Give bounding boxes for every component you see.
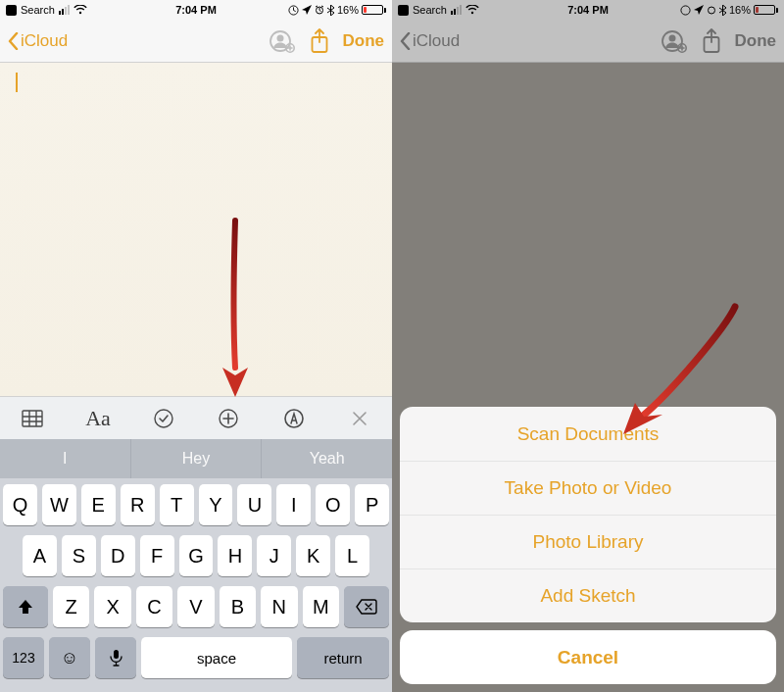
suggestion-3[interactable]: Yeah — [261, 439, 392, 478]
take-photo-video-option[interactable]: Take Photo or Video — [400, 461, 776, 515]
key-b[interactable]: B — [220, 586, 256, 627]
status-bar: Search 7:04 PM 16% — [392, 0, 784, 20]
key-w[interactable]: W — [42, 484, 76, 525]
key-a[interactable]: A — [23, 535, 57, 576]
emoji-key[interactable]: ☺ — [49, 637, 90, 678]
key-i[interactable]: I — [276, 484, 311, 525]
text-cursor — [16, 73, 18, 92]
rotation-lock-icon — [680, 5, 691, 16]
action-sheet: Scan Documents Take Photo or Video Photo… — [400, 407, 776, 684]
key-z[interactable]: Z — [53, 586, 89, 627]
done-button: Done — [735, 31, 777, 51]
key-x[interactable]: X — [94, 586, 130, 627]
suggestion-2[interactable]: Hey — [130, 439, 262, 478]
navbar: iCloud Done — [0, 20, 392, 63]
signal-icon — [451, 5, 462, 15]
chevron-left-icon — [400, 32, 411, 50]
svg-point-14 — [668, 34, 675, 41]
dictation-key[interactable] — [95, 637, 136, 678]
wifi-icon — [466, 5, 479, 15]
back-to-search-icon — [6, 5, 17, 16]
chevron-left-icon — [8, 32, 19, 50]
share-icon[interactable] — [310, 28, 329, 54]
key-v[interactable]: V — [177, 586, 214, 627]
key-u[interactable]: U — [237, 484, 271, 525]
suggestion-1[interactable]: I — [0, 439, 130, 478]
phone-right: Search 7:04 PM 16% iCloud D — [392, 0, 784, 692]
key-n[interactable]: N — [261, 586, 297, 627]
status-time: 7:04 PM — [567, 4, 609, 16]
back-label: iCloud — [21, 31, 68, 51]
backspace-key[interactable] — [344, 586, 389, 627]
svg-rect-6 — [23, 411, 42, 426]
key-h[interactable]: H — [218, 535, 252, 576]
key-f[interactable]: F — [140, 535, 174, 576]
status-search-label: Search — [413, 4, 447, 16]
location-icon — [302, 5, 312, 15]
numbers-key[interactable]: 123 — [3, 637, 44, 678]
keyboard: QWERTYUIOP ASDFGHJKL ZXCVBNM 123 ☺ space… — [0, 478, 392, 692]
format-toolbar: Aa — [0, 396, 392, 439]
rotation-lock-icon — [288, 5, 299, 16]
scan-documents-option[interactable]: Scan Documents — [400, 407, 776, 461]
status-time: 7:04 PM — [175, 4, 217, 16]
battery-pct: 16% — [729, 4, 751, 16]
return-key[interactable]: return — [297, 637, 389, 678]
space-key[interactable]: space — [141, 637, 292, 678]
status-search-label: Search — [21, 4, 55, 16]
key-t[interactable]: T — [160, 484, 194, 525]
svg-point-7 — [155, 410, 172, 427]
add-sketch-option[interactable]: Add Sketch — [400, 568, 776, 622]
markup-button[interactable] — [262, 397, 327, 439]
shift-key[interactable] — [3, 586, 48, 627]
alarm-icon — [707, 5, 716, 15]
key-q[interactable]: Q — [3, 484, 37, 525]
back-button: iCloud — [400, 31, 661, 51]
svg-point-3 — [276, 34, 283, 41]
back-label: iCloud — [413, 31, 460, 51]
key-r[interactable]: R — [121, 484, 155, 525]
svg-point-11 — [681, 5, 690, 14]
checklist-button[interactable] — [130, 397, 196, 439]
key-y[interactable]: Y — [199, 484, 233, 525]
photo-library-option[interactable]: Photo Library — [400, 515, 776, 568]
bluetooth-icon — [327, 5, 334, 16]
back-button[interactable]: iCloud — [8, 31, 269, 51]
close-keyboard-button[interactable] — [326, 397, 392, 439]
battery-icon — [362, 5, 386, 15]
status-bar: Search 7:04 PM 16% — [0, 0, 392, 20]
key-g[interactable]: G — [179, 535, 214, 576]
key-p[interactable]: P — [355, 484, 389, 525]
bluetooth-icon — [719, 5, 726, 16]
key-s[interactable]: S — [62, 535, 96, 576]
key-l[interactable]: L — [335, 535, 369, 576]
alarm-icon — [315, 5, 324, 15]
collaborate-icon — [661, 28, 688, 54]
key-o[interactable]: O — [316, 484, 350, 525]
key-c[interactable]: C — [136, 586, 172, 627]
navbar: iCloud Done — [392, 20, 784, 63]
share-icon — [702, 28, 721, 54]
suggestion-bar: I Hey Yeah — [0, 439, 392, 478]
signal-icon — [59, 5, 70, 15]
back-to-search-icon — [398, 5, 409, 16]
text-format-button[interactable]: Aa — [66, 397, 131, 439]
key-m[interactable]: M — [303, 586, 339, 627]
add-attachment-button[interactable] — [196, 397, 262, 439]
svg-rect-10 — [114, 650, 119, 659]
key-k[interactable]: K — [296, 535, 330, 576]
svg-point-12 — [708, 7, 714, 14]
key-d[interactable]: D — [101, 535, 135, 576]
cancel-button[interactable]: Cancel — [400, 630, 776, 684]
key-j[interactable]: J — [257, 535, 291, 576]
note-body[interactable] — [0, 63, 392, 396]
location-icon — [694, 5, 704, 15]
collaborate-icon[interactable] — [269, 28, 296, 54]
battery-icon — [754, 5, 778, 15]
phone-left: Search 7:04 PM 16% iCloud D — [0, 0, 392, 692]
table-button[interactable] — [0, 397, 66, 439]
key-e[interactable]: E — [81, 484, 116, 525]
done-button[interactable]: Done — [343, 31, 385, 51]
dimmed-background[interactable]: Scan Documents Take Photo or Video Photo… — [392, 63, 784, 692]
wifi-icon — [74, 5, 87, 15]
